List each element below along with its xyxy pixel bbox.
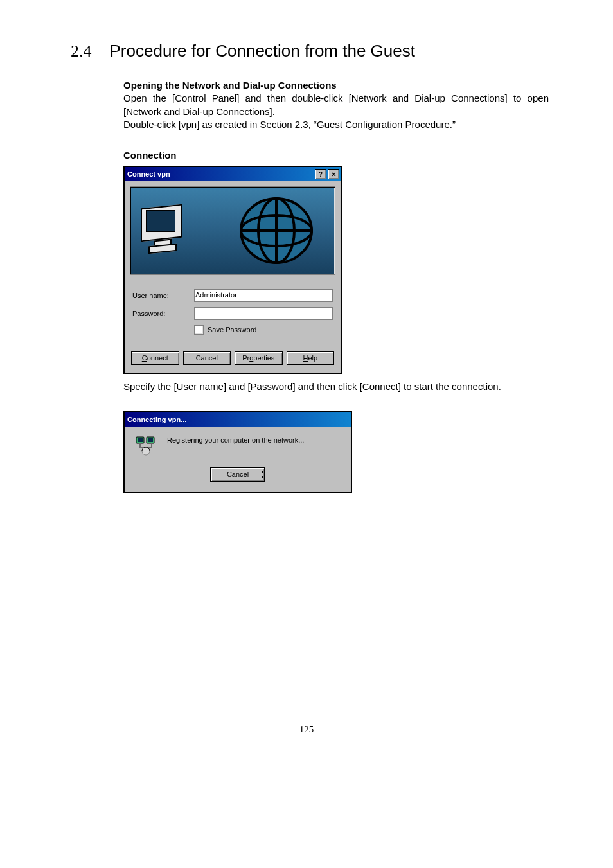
connect-footnote: Specify the [User name] and [Password] a… [123, 380, 549, 393]
username-label: User name: [132, 291, 194, 301]
help-button[interactable]: Help [287, 351, 335, 365]
password-input[interactable] [194, 307, 333, 320]
section-number: 2.4 [71, 42, 92, 61]
opening-paragraph-2: Double-click [vpn] as created in Section… [123, 118, 549, 131]
connection-banner [130, 186, 335, 275]
username-value: Administrator [195, 290, 237, 301]
connect-vpn-dialog: Connect vpn ? ✕ User name: [123, 166, 342, 374]
subheading-opening: Opening the Network and Dial-up Connecti… [123, 79, 549, 92]
help-icon[interactable]: ? [315, 169, 326, 179]
connect-dialog-title: Connect vpn [127, 170, 170, 179]
opening-paragraph-1: Open the [Control Panel] and then double… [123, 92, 549, 118]
connecting-dialog: Connecting vpn... [123, 411, 352, 493]
page-number: 125 [64, 724, 549, 735]
section-title: Procedure for Connection from the Guest [110, 41, 415, 61]
subheading-connection: Connection [123, 149, 549, 162]
save-password-checkbox[interactable] [194, 325, 204, 335]
connecting-status: Registering your computer on the network… [167, 436, 304, 445]
monitor-icon [141, 206, 182, 251]
username-input[interactable]: Administrator [194, 289, 333, 302]
connecting-cancel-button[interactable]: Cancel [211, 468, 265, 481]
properties-button[interactable]: Properties [235, 351, 283, 365]
connecting-dialog-titlebar[interactable]: Connecting vpn... [125, 412, 351, 427]
connecting-dialog-title: Connecting vpn... [127, 415, 186, 425]
network-icon [135, 436, 158, 456]
save-password-label: Save Password [208, 325, 256, 335]
connect-button[interactable]: Connect [131, 351, 179, 365]
svg-rect-4 [138, 438, 143, 442]
connect-dialog-titlebar[interactable]: Connect vpn ? ✕ [125, 167, 341, 181]
globe-icon [235, 192, 318, 269]
cancel-button[interactable]: Cancel [183, 351, 231, 365]
svg-rect-6 [148, 438, 153, 442]
close-icon[interactable]: ✕ [328, 169, 339, 179]
password-label: Password: [132, 309, 194, 319]
